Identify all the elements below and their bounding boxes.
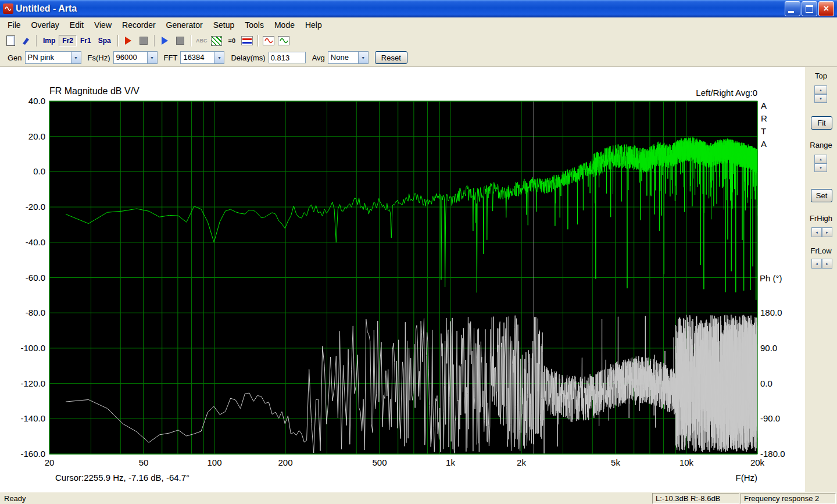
menu-mode[interactable]: Mode — [269, 19, 300, 31]
delay-zero-icon: =0 — [228, 37, 235, 44]
play-button[interactable] — [158, 34, 172, 47]
range-spinner: ▲ ▼ — [814, 155, 827, 172]
abc-icon: ABC — [196, 38, 208, 44]
titlebar: Untitled - Arta × — [0, 0, 837, 17]
statusbar: Ready L:-10.3dB R:-8.6dB Frequency respo… — [0, 492, 837, 504]
frhigh-right-button[interactable]: ► — [822, 227, 832, 237]
menu-edit[interactable]: Edit — [65, 19, 89, 31]
record-stop-button[interactable] — [137, 34, 151, 47]
pen-icon — [22, 37, 30, 45]
phase-tick-label: 0.0 — [760, 378, 772, 388]
frlow-label: FrLow — [805, 246, 837, 255]
fit-button[interactable]: Fit — [811, 116, 832, 130]
mag-tick-label: 0.0 — [0, 166, 45, 176]
fr-chart-window: FR Magnitude dB V/V Left/Right Avg:0 ART… — [0, 67, 805, 492]
freq-axis-label: F(Hz) — [715, 473, 757, 482]
menu-setup[interactable]: Setup — [208, 19, 240, 31]
gen-select[interactable]: PN pink ▼ — [25, 51, 81, 64]
avg-select[interactable]: None ▼ — [328, 51, 369, 64]
chevron-down-icon[interactable]: ▼ — [71, 52, 81, 63]
spa-mode-button[interactable]: Spa — [95, 35, 115, 47]
signal-green-icon — [278, 36, 289, 45]
top-spin-down-button[interactable]: ▼ — [814, 94, 827, 103]
top-spin-up-button[interactable]: ▲ — [814, 85, 827, 94]
chevron-down-icon[interactable]: ▼ — [214, 52, 224, 63]
menu-overlay[interactable]: Overlay — [26, 19, 65, 31]
new-file-icon — [6, 35, 15, 46]
gen-label: Gen — [8, 53, 22, 62]
arta-logo-letter: T — [761, 125, 767, 138]
record-button[interactable] — [121, 34, 135, 47]
menu-tools[interactable]: Tools — [239, 19, 269, 31]
toolbar-separator — [191, 35, 191, 47]
toolbar-separator — [36, 35, 37, 47]
signal-green-button[interactable] — [277, 34, 291, 47]
app-icon — [3, 3, 13, 14]
signal-red-icon — [263, 36, 274, 45]
imp-mode-button[interactable]: Imp — [40, 35, 59, 47]
freq-tick-label: 20k — [740, 457, 775, 467]
level-bars-button[interactable] — [240, 34, 254, 47]
menu-view[interactable]: View — [89, 19, 117, 31]
freq-tick-label: 20 — [32, 457, 67, 467]
frhigh-left-button[interactable]: ◄ — [811, 227, 822, 237]
freq-tick-label: 500 — [362, 457, 397, 467]
generator-bar: Gen PN pink ▼ Fs(Hz) 96000 ▼ FFT 16384 ▼… — [0, 49, 837, 67]
restore-button[interactable] — [802, 1, 817, 16]
minimize-button[interactable] — [785, 1, 800, 16]
mag-tick-label: 20.0 — [0, 131, 45, 141]
frhigh-spinner: ◄ ► — [811, 227, 832, 237]
frlow-left-button[interactable]: ◄ — [811, 259, 822, 269]
spellcheck-button[interactable]: ABC — [195, 34, 209, 47]
delay-zero-button[interactable]: =0 — [225, 34, 239, 47]
toolbar-separator — [117, 35, 118, 47]
frhigh-label: FrHigh — [805, 214, 837, 223]
signal-red-button[interactable] — [262, 34, 276, 47]
stop-icon — [176, 37, 184, 45]
menu-generator[interactable]: Generator — [161, 19, 208, 31]
freq-tick-label: 50 — [126, 457, 161, 467]
status-levels: L:-10.3dB R:-8.6dB — [652, 493, 739, 504]
reset-button[interactable]: Reset — [375, 51, 407, 64]
stop-button[interactable] — [173, 34, 187, 47]
delay-input[interactable] — [269, 52, 306, 63]
side-panel: Top ▲ ▼ Fit Range ▲ ▼ Set FrHigh ◄ ► FrL… — [805, 67, 837, 492]
freq-tick-label: 1k — [433, 457, 468, 467]
top-label: Top — [805, 72, 837, 80]
status-ready: Ready — [0, 494, 652, 503]
mag-tick-label: -100.0 — [0, 343, 45, 353]
arta-logo-letter: A — [761, 138, 767, 151]
menu-help[interactable]: Help — [300, 19, 327, 31]
minimize-icon — [788, 11, 794, 13]
chevron-down-icon[interactable]: ▼ — [147, 52, 157, 63]
menubar: FileOverlayEditViewRecorderGeneratorSetu… — [0, 17, 837, 33]
level-bars-icon — [241, 36, 253, 45]
fs-select[interactable]: 96000 ▼ — [113, 51, 158, 64]
phase-tick-label: 90.0 — [760, 343, 777, 353]
chevron-down-icon[interactable]: ▼ — [358, 52, 368, 63]
menu-recorder[interactable]: Recorder — [117, 19, 161, 31]
new-file-button[interactable] — [3, 34, 17, 47]
close-button[interactable]: × — [818, 1, 834, 16]
delay-label: Delay(ms) — [231, 53, 265, 62]
fft-select[interactable]: 16384 ▼ — [180, 51, 224, 64]
edit-pen-button[interactable] — [19, 34, 33, 47]
grid-hatch-icon — [211, 36, 222, 46]
frlow-spinner: ◄ ► — [811, 259, 832, 269]
phase-tick-label: 180.0 — [760, 308, 782, 317]
menu-file[interactable]: File — [2, 19, 26, 31]
range-spin-up-button[interactable]: ▲ — [814, 155, 827, 163]
mag-tick-label: -20.0 — [0, 202, 45, 212]
range-spin-down-button[interactable]: ▼ — [814, 163, 827, 172]
grid-hatch-button[interactable] — [210, 34, 224, 47]
toolbar: Imp Fr2 Fr1 Spa ABC =0 — [0, 33, 837, 49]
plot-area[interactable] — [0, 67, 805, 492]
fr2-mode-button[interactable]: Fr2 — [59, 35, 77, 47]
set-button[interactable]: Set — [811, 189, 832, 202]
app-window: Untitled - Arta × FileOverlayEditViewRec… — [0, 0, 837, 504]
record-play-icon — [125, 37, 131, 45]
fr1-mode-button[interactable]: Fr1 — [77, 35, 95, 47]
frlow-right-button[interactable]: ► — [822, 259, 832, 269]
window-title: Untitled - Arta — [16, 3, 784, 14]
chart-title: FR Magnitude dB V/V — [49, 86, 140, 96]
